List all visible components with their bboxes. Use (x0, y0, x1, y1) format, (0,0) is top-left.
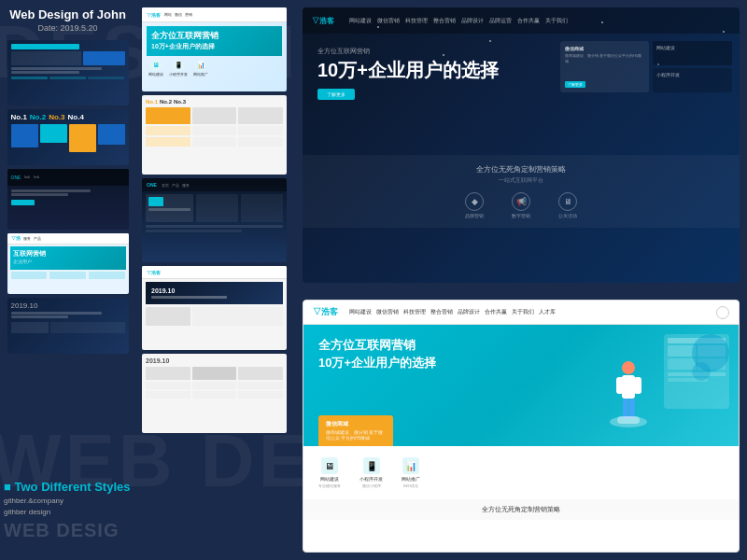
styles-subtext1: githber.&company (4, 496, 131, 507)
light-nav-search[interactable] (716, 306, 729, 319)
dark-card-1: 微信商城 微商城建设、微分销 基于微信公众平台的H5微城 了解更多 (560, 41, 649, 92)
orange-card-1: 微信商城 微商城建设、微分销 基于微信公众 平台的H5微城 (318, 415, 393, 447)
light-preview: ▽浩客 网站建设 微信营销 科技管理 整合营销 品牌设计 合作共赢 关于我们 人… (303, 300, 740, 553)
dark-preview: ▽浩客 网站建设 微信营销 科技管理 整合营销 品牌设计 品牌运营 合作共赢 关… (303, 7, 740, 283)
service-promo: 📊 网站推广 SEO优化 (402, 457, 420, 488)
dark-feature-2: 📢 数字营销 (512, 192, 530, 218)
dark-hero-buttons: 了解更多 (317, 89, 538, 100)
mid-thumbnail-5[interactable]: 2019.10 (142, 354, 287, 433)
light-nav-links: 网站建设 微信营销 科技管理 整合营销 品牌设计 合作共赢 关于我们 人才库 (349, 308, 556, 316)
service-mini-label: 小程序开发 (359, 476, 383, 482)
light-nav-link-1: 网站建设 (349, 308, 372, 316)
title-area: Web Design of John Date: 2019.5.20 (3, 7, 134, 33)
dark-hero-cards: 微信商城 微商城建设、微分销 基于微信公众平台的H5微城 了解更多 网站建设 小… (553, 34, 740, 155)
mid-thumbnail-2[interactable]: No.1 No.2 No.3 (142, 95, 287, 175)
light-nav-link-3: 科技管理 (403, 308, 426, 316)
light-services-section: 🖥 网站建设 专业建站服务 📱 小程序开发 微信小程序 📊 网站推广 SEO优化 (303, 446, 739, 499)
dark-nav-link-3: 科技管理 (405, 17, 428, 25)
service-promo-label: 网站推广 (402, 476, 420, 482)
svg-point-0 (622, 361, 635, 374)
light-hero-title-line2: 10万+企业用户的选择 (318, 356, 724, 371)
dark-features-title: 全方位无死角定制营销策略 (317, 164, 725, 175)
person-svg (603, 358, 655, 442)
service-mini-icon: 📱 (363, 457, 380, 474)
dark-nav-logo: ▽浩客 (312, 16, 334, 26)
dark-card-1-desc: 微商城建设、微分销 基于微信公众平台的H5微城 (565, 53, 644, 63)
thumbnail-2[interactable]: No.1 No.2 No.3 No.4 (7, 109, 129, 165)
service-website: 🖥 网站建设 专业建站服务 (318, 457, 341, 488)
dark-card-1-title: 微信商城 (565, 46, 644, 51)
svg-rect-5 (629, 399, 635, 419)
light-nav-link-4: 整合营销 (430, 308, 453, 316)
thumbnail-5[interactable]: 2019.10 (7, 298, 129, 354)
light-nav-link-5: 品牌设计 (458, 308, 480, 316)
service-promo-desc: SEO优化 (403, 483, 418, 488)
svg-rect-1 (622, 375, 635, 399)
dark-card-1-btn[interactable]: 了解更多 (565, 81, 585, 88)
svg-rect-7 (617, 416, 640, 424)
service-website-icon: 🖥 (321, 457, 338, 474)
svg-rect-3 (634, 377, 641, 394)
dark-hero-subtitle: 全方位互联网营销 (317, 47, 538, 56)
mid-thumbnail-3[interactable]: ONE 首页 产品 服务 (142, 178, 287, 262)
dark-hero-title: 10万+企业用户的选择 (317, 59, 538, 81)
dark-nav-link-6: 品牌运营 (489, 17, 512, 25)
orange-card-1-title: 微信商城 (326, 420, 386, 428)
light-features-section: 全方位无死角定制营销策略 (303, 499, 739, 520)
thumbnail-4[interactable]: ▽浩 服务 产品 互联网营销 企业用户 (7, 233, 129, 294)
mid-thumbnail-4[interactable]: ▽浩客 2019.10 (142, 266, 287, 350)
dark-nav-link-5: 品牌设计 (461, 17, 484, 25)
thumbnail-1[interactable] (7, 40, 129, 105)
dark-nav-link-7: 合作共赢 (517, 17, 540, 25)
star-1 (377, 26, 379, 28)
dark-feature-2-label: 数字营销 (512, 213, 530, 218)
styles-heading: ■ Two Different Styles (4, 479, 131, 496)
service-mini-desc: 微信小程序 (362, 483, 381, 488)
dark-card-2-title: 网站建设 (656, 45, 728, 50)
light-nav-link-8: 人才库 (539, 308, 556, 316)
dark-nav-link-8: 关于我们 (545, 17, 568, 25)
styles-label-area: ■ Two Different Styles githber.&company … (4, 479, 131, 541)
thumbnail-3[interactable]: ONE link link (7, 169, 129, 230)
styles-bigtext: WEB DESIG (4, 520, 131, 541)
dark-features-icons: ◆ 品牌营销 📢 数字营销 🖥 公关活动 (317, 192, 725, 218)
service-website-desc: 专业建站服务 (318, 483, 341, 488)
dark-nav: ▽浩客 网站建设 微信营销 科技管理 整合营销 品牌设计 品牌运营 合作共赢 关… (303, 7, 740, 34)
page-date: Date: 2019.5.20 (3, 23, 134, 33)
hero-illustration (603, 358, 655, 446)
dark-feature-3: 🖥 公关活动 (558, 192, 577, 218)
dark-hero-text: 全方位互联网营销 10万+企业用户的选择 了解更多 (303, 34, 553, 155)
svg-rect-2 (616, 377, 624, 394)
orange-card-1-desc: 微商城建设、微分销 基于微信公众 平台的H5微城 (326, 430, 386, 442)
light-hero-title-line1: 全方位互联网营销 (318, 338, 724, 354)
dark-feature-3-label: 公关活动 (558, 213, 577, 218)
dark-features-section: 全方位无死角定制营销策略 一站式互联网平台 ◆ 品牌营销 📢 数字营销 🖥 公关… (303, 155, 740, 228)
service-promo-icon: 📊 (402, 457, 419, 474)
light-hero: 全方位互联网营销 10万+企业用户的选择 (303, 325, 739, 446)
middle-panel: ▽浩客 网站 微信 营销 全方位互联网营销 10万+企业用户的选择 🖥 网站建设 (138, 0, 292, 560)
star-6 (723, 31, 725, 33)
light-nav-link-6: 合作共赢 (485, 308, 507, 316)
styles-subtext2: githber design (4, 507, 131, 518)
light-features-title: 全方位无死角定制营销策略 (318, 505, 724, 514)
star-3 (601, 21, 603, 23)
mid-thumbnail-1[interactable]: ▽浩客 网站 微信 营销 全方位互联网营销 10万+企业用户的选择 🖥 网站建设 (142, 7, 287, 91)
light-nav-logo: ▽浩客 (313, 306, 338, 318)
service-website-label: 网站建设 (320, 476, 339, 482)
panel-divider (303, 290, 740, 292)
dark-nav-link-1: 网站建设 (349, 17, 372, 25)
dark-btn-1[interactable]: 了解更多 (317, 89, 355, 100)
dark-feature-1-label: 品牌营销 (465, 213, 484, 218)
dark-hero-section: 全方位互联网营销 10万+企业用户的选择 了解更多 微信商城 微商城建设、微分销… (303, 34, 740, 155)
dark-card-3: 小程序开发 (653, 68, 732, 92)
light-nav-link-7: 关于我们 (512, 308, 534, 316)
light-services-row: 🖥 网站建设 专业建站服务 📱 小程序开发 微信小程序 📊 网站推广 SEO优化 (318, 454, 724, 492)
dark-card-3-title: 小程序开发 (656, 72, 728, 77)
dark-nav-link-2: 微信营销 (377, 17, 400, 25)
light-nav: ▽浩客 网站建设 微信营销 科技管理 整合营销 品牌设计 合作共赢 关于我们 人… (303, 301, 739, 325)
left-panel: Web Design of John Date: 2019.5.20 No.1 … (0, 0, 135, 560)
svg-rect-4 (623, 399, 628, 419)
service-mini: 📱 小程序开发 微信小程序 (359, 457, 383, 488)
dark-nav-link-4: 整合营销 (433, 17, 456, 25)
dark-hero-title-line1: 10万+企业用户的选择 (317, 59, 538, 81)
